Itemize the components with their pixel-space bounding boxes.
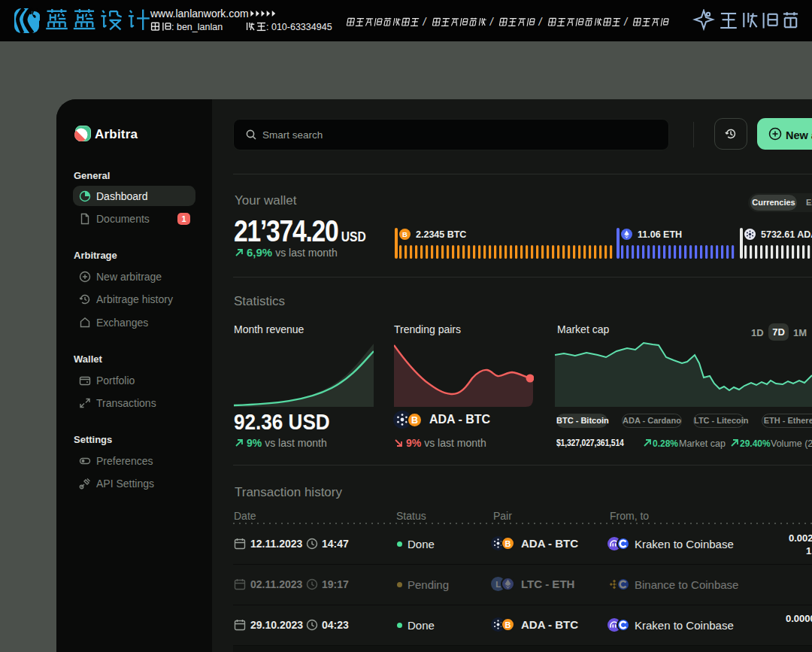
svg-text:B: B bbox=[411, 415, 418, 426]
svg-text:B: B bbox=[505, 539, 511, 548]
svg-text:B: B bbox=[505, 620, 511, 629]
svg-text:B: B bbox=[402, 230, 408, 238]
